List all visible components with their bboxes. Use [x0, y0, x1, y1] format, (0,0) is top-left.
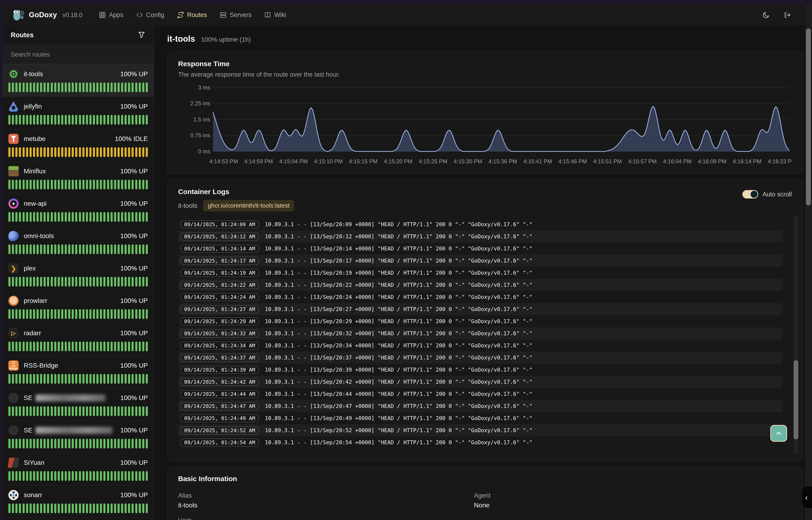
log-message: 10.89.3.1 - - [13/Sep/20:42 +0000] "HEAD… — [265, 379, 532, 385]
log-row: 09/14/2025, 01:24:34 AM 10.89.3.1 - - [1… — [178, 339, 782, 352]
log-message: 10.89.3.1 - - [13/Sep/20:32 +0000] "HEAD… — [265, 330, 532, 336]
nav-item-routes[interactable]: Routes — [177, 11, 207, 19]
nav-item-wiki[interactable]: Wiki — [264, 11, 286, 19]
log-message: 10.89.3.1 - - [13/Sep/20:34 +0000] "HEAD… — [265, 342, 532, 348]
basic-info-grid: Alias it-tools Agent None Host — [178, 492, 792, 520]
siyuan-icon — [8, 458, 19, 468]
log-row: 09/14/2025, 01:24:17 AM 10.89.3.1 - - [1… — [178, 255, 782, 267]
navbar-right — [762, 11, 803, 19]
svg-text:4:15:57 PM: 4:15:57 PM — [628, 158, 657, 164]
auto-scroll-label: Auto scroll — [762, 191, 792, 198]
route-item-miniflux[interactable]: Miniflux 100% UP — [2, 161, 154, 194]
log-row: 09/14/2025, 01:24:39 AM 10.89.3.1 - - [1… — [178, 364, 782, 376]
uptime-summary: 100% uptime (1h) — [201, 36, 251, 43]
route-name: Miniflux — [24, 167, 46, 175]
log-list[interactable]: 09/14/2025, 01:24:09 AM 10.89.3.1 - - [1… — [178, 218, 782, 448]
route-item-omni-tools[interactable]: omni-tools 100% UP — [2, 226, 154, 259]
brand[interactable]: GoDoxy v0.18.0 — [12, 9, 82, 21]
route-item-se[interactable]: SE 100% UP — [2, 420, 154, 453]
log-message: 10.89.3.1 - - [13/Sep/20:37 +0000] "HEAD… — [265, 355, 532, 361]
log-timestamp: 09/14/2025, 01:24:42 AM — [180, 378, 259, 386]
new-api-icon: + — [8, 199, 19, 209]
route-status: 100% UP — [120, 394, 148, 401]
route-status: 100% UP — [120, 459, 148, 466]
route-status: 100% UP — [120, 362, 148, 369]
route-status: 100% UP — [120, 491, 148, 499]
page-scrollbar[interactable] — [805, 5, 812, 520]
uptime-bars — [8, 503, 148, 513]
metube-icon — [8, 134, 19, 144]
svg-text:4:14:59 PM: 4:14:59 PM — [244, 158, 273, 164]
nav-item-config[interactable]: Config — [136, 11, 164, 19]
route-item-plex[interactable]: ❯ plex 100% UP — [2, 259, 154, 291]
route-status: 100% UP — [120, 265, 148, 272]
route-item-siyuan[interactable]: SiYuan 100% UP — [2, 453, 154, 485]
chevron-left-icon: ‹ — [805, 493, 808, 502]
basic-information-title: Basic Information — [178, 475, 792, 483]
svg-text:4:15:30 PM: 4:15:30 PM — [454, 158, 482, 164]
route-name: sonarr — [24, 491, 42, 499]
log-row: 09/14/2025, 01:24:09 AM 10.89.3.1 - - [1… — [178, 218, 782, 230]
page-scrollbar-thumb[interactable] — [806, 28, 811, 206]
log-row: 09/14/2025, 01:24:19 AM 10.89.3.1 - - [1… — [178, 267, 782, 279]
nav-item-servers[interactable]: Servers — [220, 11, 251, 19]
svg-text:4:15:15 PM: 4:15:15 PM — [349, 158, 377, 164]
response-time-description: The average response time of the route o… — [178, 71, 792, 78]
route-name: SiYuan — [24, 459, 45, 466]
scroll-to-top-button[interactable] — [770, 425, 787, 442]
route-item-metube[interactable]: metube 100% IDLE — [2, 129, 154, 161]
route-item-rss-bridge[interactable]: rssBridge RSS-Bridge 100% UP — [2, 356, 154, 388]
log-row: 09/14/2025, 01:24:54 AM 10.89.3.1 - - [1… — [178, 436, 782, 448]
svg-text:4:16:04 PM: 4:16:04 PM — [663, 158, 692, 164]
search-input[interactable]: Search routes — [2, 45, 154, 64]
logout-icon[interactable] — [783, 11, 791, 19]
route-item-new-api[interactable]: + new-api 100% UP — [2, 194, 154, 226]
route-name: metube — [24, 135, 46, 142]
routes-sidebar: Routes Search routes ⚙ it-tools 100% UP … — [2, 25, 154, 520]
route-item-prowlarr[interactable]: prowlarr 100% UP — [2, 291, 154, 323]
route-status: 100% IDLE — [115, 135, 148, 142]
svg-text:1.5 ms: 1.5 ms — [193, 116, 210, 123]
log-scrollbar[interactable] — [793, 215, 798, 454]
route-item-se[interactable]: SE 100% UP — [2, 388, 154, 420]
route-item-jellyfin[interactable]: jellyfin 100% UP — [2, 97, 154, 129]
route-name: RSS-Bridge — [24, 362, 58, 369]
info-field-agent: Agent None — [474, 492, 792, 509]
log-timestamp: 09/14/2025, 01:24:27 AM — [180, 305, 259, 313]
svg-text:4:16:14 PM: 4:16:14 PM — [733, 158, 761, 164]
godoxy-logo-icon — [12, 9, 25, 21]
drawer-handle[interactable]: ‹ — [802, 487, 812, 508]
log-row: 09/14/2025, 01:24:12 AM 10.89.3.1 - - [1… — [178, 230, 782, 242]
dark-mode-icon[interactable] — [762, 11, 770, 19]
route-status: 100% UP — [120, 297, 148, 305]
filter-icon[interactable] — [138, 31, 145, 40]
route-name: SE — [24, 394, 106, 401]
log-message: 10.89.3.1 - - [13/Sep/20:39 +0000] "HEAD… — [265, 367, 532, 373]
route-name: plex — [24, 265, 36, 272]
route-name: omni-tools — [24, 232, 54, 240]
chevron-up-icon — [775, 429, 783, 438]
route-icon — [177, 11, 184, 19]
log-message: 10.89.3.1 - - [13/Sep/20:14 +0000] "HEAD… — [265, 245, 532, 252]
rss-bridge-icon: rssBridge — [8, 360, 19, 371]
sonarr-icon — [8, 490, 19, 500]
log-row: 09/14/2025, 01:24:42 AM 10.89.3.1 - - [1… — [178, 376, 782, 388]
auto-scroll-toggle[interactable] — [743, 190, 758, 199]
jellyfin-icon — [8, 101, 19, 111]
log-row: 09/14/2025, 01:24:44 AM 10.89.3.1 - - [1… — [178, 388, 782, 400]
log-timestamp: 09/14/2025, 01:24:37 AM — [180, 354, 259, 362]
uptime-bars — [8, 277, 148, 287]
log-timestamp: 09/14/2025, 01:24:52 AM — [180, 426, 259, 435]
svg-text:4:15:25 PM: 4:15:25 PM — [419, 158, 447, 164]
basic-information-card: Basic Information Alias it-tools Agent N… — [167, 467, 803, 520]
route-item-it-tools[interactable]: ⚙ it-tools 100% UP — [2, 64, 154, 97]
nav-item-apps[interactable]: Apps — [99, 11, 123, 19]
route-status: 100% UP — [120, 200, 148, 207]
route-item-sonarr[interactable]: sonarr 100% UP — [2, 485, 154, 518]
miniflux-icon — [8, 166, 19, 176]
log-scrollbar-thumb[interactable] — [793, 360, 798, 439]
servers-icon — [220, 11, 227, 19]
route-item-radarr[interactable]: ▷ radarr 100% UP — [2, 323, 154, 356]
uptime-bars — [8, 471, 148, 481]
svg-text:4:14:53 PM: 4:14:53 PM — [209, 158, 238, 164]
